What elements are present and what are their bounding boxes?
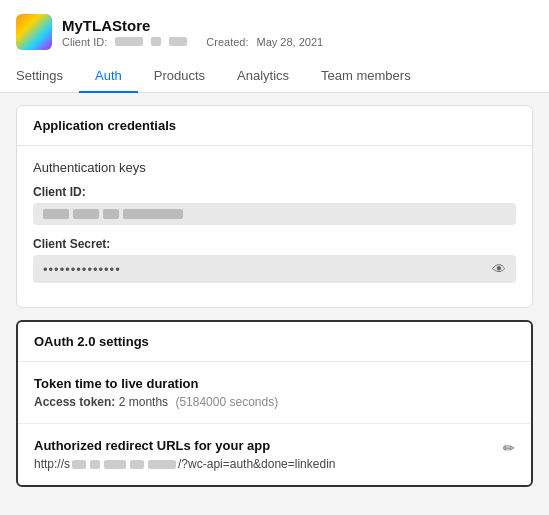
app-info: MyTLAStore Client ID: Created: May 28, 2… [62, 17, 323, 48]
redirect-urls-row: Authorized redirect URLs for your app ht… [18, 424, 531, 485]
redirect-url-suffix: /?wc-api=auth&done=linkedin [178, 457, 335, 471]
url-redacted-2 [90, 460, 100, 469]
redirect-urls-left: Authorized redirect URLs for your app ht… [34, 438, 335, 471]
created-date: May 28, 2021 [257, 36, 324, 48]
tab-analytics[interactable]: Analytics [221, 60, 305, 93]
tab-products[interactable]: Products [138, 60, 221, 93]
client-id-redacted-1 [115, 37, 143, 46]
app-meta: Client ID: Created: May 28, 2021 [62, 36, 323, 48]
access-token-seconds: (5184000 seconds) [175, 395, 278, 409]
client-id-group: Client ID: [33, 185, 516, 225]
app-credentials-card: Application credentials Authentication k… [16, 105, 533, 308]
header: MyTLAStore Client ID: Created: May 28, 2… [0, 0, 549, 93]
client-id-value [33, 203, 516, 225]
token-duration-title: Token time to live duration [34, 376, 515, 391]
client-id-redacted-3 [169, 37, 187, 46]
client-id-bar-1 [43, 209, 69, 219]
tab-team-members[interactable]: Team members [305, 60, 427, 93]
client-id-bar-4 [123, 209, 183, 219]
client-id-redacted-2 [151, 37, 161, 46]
redirect-url-value: http://s/?wc-api=auth&done=linkedin [34, 457, 335, 471]
app-name: MyTLAStore [62, 17, 323, 34]
url-redacted-3 [104, 460, 126, 469]
client-secret-label: Client Secret: [33, 237, 516, 251]
app-credentials-body: Authentication keys Client ID: Client Se… [17, 146, 532, 307]
auth-keys-title: Authentication keys [33, 160, 516, 175]
redirect-urls-title: Authorized redirect URLs for your app [34, 438, 335, 453]
app-credentials-header: Application credentials [17, 106, 532, 146]
app-icon [16, 14, 52, 50]
eye-icon[interactable]: 👁 [492, 261, 506, 277]
app-header-top: MyTLAStore Client ID: Created: May 28, 2… [16, 14, 533, 50]
access-token-line: Access token: 2 months (5184000 seconds) [34, 395, 515, 409]
client-id-label: Client ID: [62, 36, 107, 48]
tab-auth[interactable]: Auth [79, 60, 138, 93]
url-redacted-4 [130, 460, 144, 469]
redirect-url-prefix: http://s [34, 457, 70, 471]
main-content: Application credentials Authentication k… [0, 93, 549, 499]
client-id-label: Client ID: [33, 185, 516, 199]
access-token-label: Access token: [34, 395, 115, 409]
edit-icon[interactable]: ✏ [503, 440, 515, 456]
client-secret-value: •••••••••••••• 👁 [33, 255, 516, 283]
created-label: Created: [206, 36, 248, 48]
client-secret-group: Client Secret: •••••••••••••• 👁 [33, 237, 516, 283]
password-dots: •••••••••••••• [43, 262, 492, 277]
tab-bar: Settings Auth Products Analytics Team me… [16, 60, 533, 92]
url-redacted-1 [72, 460, 86, 469]
tab-settings[interactable]: Settings [16, 60, 79, 93]
url-redacted-5 [148, 460, 176, 469]
client-id-bar-2 [73, 209, 99, 219]
client-id-bar-3 [103, 209, 119, 219]
oauth-header: OAuth 2.0 settings [18, 322, 531, 362]
redirect-urls-content: Authorized redirect URLs for your app ht… [34, 438, 515, 471]
token-duration-row: Token time to live duration Access token… [18, 362, 531, 424]
access-token-value-text: 2 months [119, 395, 168, 409]
oauth-card: OAuth 2.0 settings Token time to live du… [16, 320, 533, 487]
